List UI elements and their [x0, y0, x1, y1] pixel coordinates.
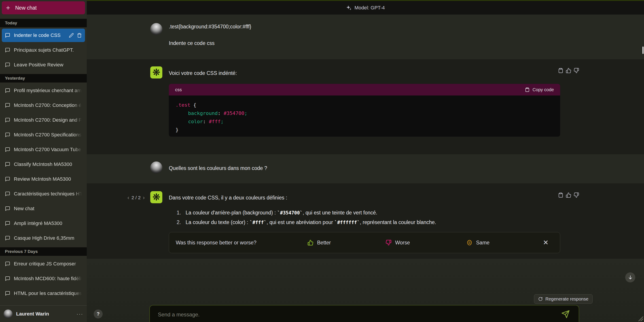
- assistant-intro-text: Dans votre code CSS, il y a deux couleur…: [169, 194, 287, 201]
- sidebar-item-c2700-specifications[interactable]: McIntosh C2700 Specifications U: [2, 128, 85, 142]
- chat-title: Profil mystérieux cherchant amo: [14, 88, 82, 94]
- sidebar-item-indenter-le-code-css[interactable]: Indenter le code CSS: [2, 28, 85, 42]
- sidebar-item-caracteristiques-ht[interactable]: Caractéristiques techniques HT: [2, 187, 85, 200]
- sidebar-item-c2700-vacuum-tube[interactable]: McIntosh C2700 Vacuum Tube: [2, 143, 85, 156]
- worse-label: Worse: [395, 240, 410, 246]
- sidebar-item-principaux-sujets[interactable]: Principaux sujets ChatGPT.: [2, 44, 85, 57]
- thumbs-down-icon[interactable]: [574, 68, 579, 73]
- feedback-better-button[interactable]: Better: [308, 240, 331, 246]
- copy-code-label: Copy code: [532, 87, 554, 92]
- account-row[interactable]: Laurent Warin ···: [0, 306, 87, 322]
- copy-icon[interactable]: [558, 68, 564, 73]
- assistant-message-2: ‹ 2 / 2 › ❋ Dans votre code CSS, il y a …: [87, 183, 644, 259]
- scrollbar-thumb[interactable]: [642, 46, 644, 54]
- openai-logo-icon: ❋: [152, 68, 160, 77]
- chat-title: McIntosh C2700 Specifications U: [14, 132, 82, 138]
- new-chat-button[interactable]: New chat: [2, 1, 85, 14]
- sidebar-item-c2700-conception[interactable]: McIntosh C2700: Conception élé: [2, 98, 85, 112]
- chat-title: Ampli intégré MA5300: [14, 220, 82, 226]
- inline-code: `#354700`: [277, 210, 303, 216]
- sidebar: New chat Today Indenter le code CSS Prin…: [0, 0, 87, 322]
- refresh-icon: [538, 297, 543, 301]
- chat-bubble-icon: [5, 206, 10, 211]
- chevron-left-icon[interactable]: ‹: [128, 194, 129, 201]
- response-pagination: ‹ 2 / 2 ›: [128, 194, 145, 201]
- inline-code: `#fff`: [250, 220, 266, 225]
- chat-title: McIntosh MCD600: haute fidélité: [14, 276, 82, 282]
- model-label: Model: GPT-4: [354, 5, 385, 11]
- chat-bubble-icon: [5, 118, 10, 123]
- sidebar-item-mcd600[interactable]: McIntosh MCD600: haute fidélité: [2, 272, 85, 285]
- sidebar-item-erreur-js-composer[interactable]: Erreur critique JS Composer: [2, 257, 85, 270]
- plus-icon: [5, 5, 11, 10]
- trash-icon[interactable]: [77, 33, 82, 38]
- chat-bubble-icon: [5, 88, 10, 93]
- sidebar-item-classify-ma5300[interactable]: Classify McIntosh MA5300: [2, 158, 85, 171]
- css-value: #354700: [224, 110, 244, 116]
- edit-pencil-icon[interactable]: [69, 33, 74, 38]
- chat-title: New chat: [14, 206, 82, 212]
- new-chat-label: New chat: [15, 5, 37, 11]
- css-semicolon: ;: [221, 119, 224, 124]
- assistant-avatar: ❋: [150, 66, 162, 78]
- code-block: css Copy code .test {background: #354700…: [169, 84, 560, 137]
- sidebar-item-profil-mysterieux[interactable]: Profil mystérieux cherchant amo: [2, 84, 85, 97]
- user-message-text: Indente ce code css: [169, 40, 215, 47]
- thumbs-up-icon[interactable]: [566, 68, 571, 73]
- inline-code: `#ffffff`: [334, 220, 360, 225]
- scroll-to-bottom-button[interactable]: [625, 272, 635, 282]
- sidebar-item-new-chat[interactable]: New chat: [2, 202, 85, 215]
- sidebar-item-leave-positive-review[interactable]: Leave Positive Review: [2, 58, 85, 72]
- chat-bubble-icon: [5, 162, 10, 167]
- feedback-worse-button[interactable]: Worse: [386, 240, 410, 246]
- regenerate-response-button[interactable]: Regenerate response: [534, 294, 592, 304]
- thumbs-down-icon[interactable]: [574, 192, 579, 198]
- feedback-question: Was this response better or worse?: [176, 240, 256, 246]
- css-property: background: [188, 110, 218, 116]
- copy-code-button[interactable]: Copy code: [525, 87, 554, 92]
- copy-icon[interactable]: [558, 192, 564, 198]
- arrow-down-icon: [628, 275, 633, 280]
- assistant-avatar: ❋: [150, 191, 162, 203]
- chat-bubble-icon: [5, 236, 10, 241]
- message-actions: [558, 68, 579, 73]
- chat-bubble-icon: [5, 176, 10, 182]
- list-item: 2.La couleur du texte (color) : `#fff`, …: [177, 219, 436, 226]
- list-item: 1.La couleur d'arrière-plan (background)…: [177, 210, 377, 216]
- chat-title: Caractéristiques techniques HT: [14, 191, 82, 197]
- feedback-same-button[interactable]: Same: [466, 240, 490, 246]
- help-button[interactable]: ?: [94, 310, 103, 318]
- chat-bubble-icon: [5, 62, 10, 68]
- account-menu-icon[interactable]: ···: [76, 311, 83, 317]
- user-avatar: [4, 310, 12, 318]
- sidebar-item-html-caracteristiques[interactable]: HTML pour les caractéristiques.: [2, 287, 85, 300]
- sidebar-item-casque-high-drive[interactable]: Casque High Drive 6,35mm: [2, 232, 85, 245]
- css-value: #fff: [209, 119, 221, 124]
- user-message-avatar: [150, 23, 162, 35]
- better-label: Better: [317, 240, 331, 246]
- close-icon[interactable]: ✕: [543, 239, 548, 246]
- chevron-right-icon[interactable]: ›: [143, 194, 145, 201]
- sidebar-item-review-ma5300[interactable]: Review McIntosh MA5300: [2, 172, 85, 186]
- code-language-label: css: [175, 87, 182, 92]
- thumbs-up-icon[interactable]: [566, 192, 571, 198]
- chat-title: Erreur critique JS Composer: [14, 261, 82, 267]
- css-brace: {: [193, 102, 196, 108]
- sidebar-item-c2700-design[interactable]: McIntosh C2700: Design and Fea: [2, 113, 85, 127]
- chat-bubble-icon: [5, 48, 10, 53]
- list-number: 2.: [177, 219, 186, 226]
- send-button[interactable]: [561, 310, 570, 318]
- css-colon: :: [218, 110, 220, 116]
- chat-bubble-icon: [5, 261, 10, 266]
- sidebar-item-ampli-ma5300[interactable]: Ampli intégré MA5300: [2, 217, 85, 230]
- message-input[interactable]: [158, 310, 552, 319]
- section-header-today: Today: [0, 19, 87, 27]
- chat-bubble-icon: [5, 276, 10, 281]
- chat-bubble-icon: [5, 147, 10, 152]
- thumbs-up-icon: [308, 240, 314, 246]
- code-content: .test {background: #354700;color: #fff;}: [169, 96, 560, 137]
- chat-title: McIntosh C2700: Design and Fea: [14, 117, 82, 123]
- css-selector: .test: [176, 102, 190, 108]
- feedback-bar: Was this response better or worse? Bette…: [169, 232, 560, 253]
- chat-title: Principaux sujets ChatGPT.: [14, 47, 82, 53]
